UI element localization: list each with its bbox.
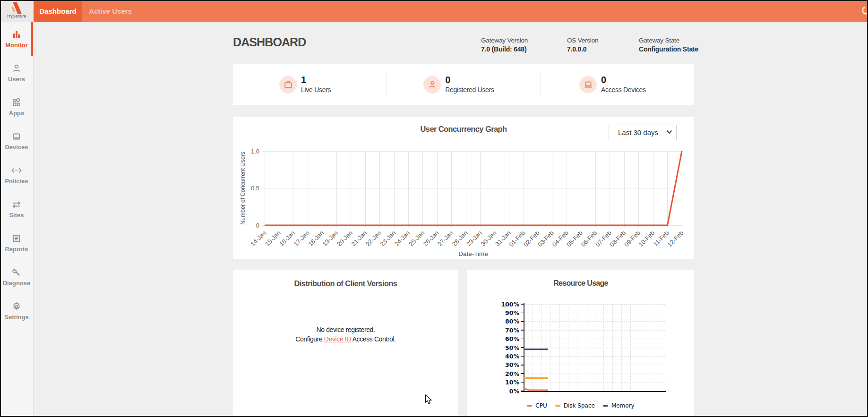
- resource-usage-legend: CPUDisk SpaceMemory: [467, 402, 694, 409]
- svg-text:29-Jan: 29-Jan: [465, 230, 483, 248]
- sidebar-item-policies[interactable]: Policies: [0, 158, 33, 192]
- svg-text:50%: 50%: [505, 344, 519, 351]
- laptop-icon: [579, 76, 597, 94]
- tab-dashboard[interactable]: Dashboard: [34, 0, 82, 22]
- main-area: DASHBOARD Gateway Version 7.0 (Build: 64…: [34, 22, 868, 417]
- svg-text:Number of Concurrent Users: Number of Concurrent Users: [240, 152, 246, 225]
- svg-text:90%: 90%: [505, 309, 519, 316]
- hysecure-logo-icon: [0, 1, 34, 15]
- svg-text:60%: 60%: [505, 335, 519, 342]
- configure-text: Configure Device ID Access Control.: [233, 334, 458, 344]
- sidebar: Monitor Users Apps: [0, 22, 34, 417]
- apps-grid-icon: [11, 97, 22, 108]
- moon-icon[interactable]: [858, 0, 868, 22]
- svg-text:12-Feb: 12-Feb: [666, 230, 685, 248]
- tab-dashboard-label: Dashboard: [39, 7, 76, 15]
- user-concurrency-chart: 00.51.014-Jan15-Jan16-Jan17-Jan18-Jan19-…: [233, 117, 694, 259]
- svg-text:16-Jan: 16-Jan: [278, 230, 296, 248]
- user-icon: [11, 63, 22, 74]
- os-version-info: OS Version 7.0.0.0: [567, 36, 598, 54]
- live-users-value: 1: [301, 75, 331, 85]
- tab-active-users-label: Active Users: [89, 7, 132, 15]
- svg-text:17-Jan: 17-Jan: [292, 230, 311, 248]
- gateway-state-info: Gateway State Configuration State: [639, 36, 698, 54]
- no-device-text: No device registered.: [233, 325, 458, 334]
- sidebar-item-label: Sites: [9, 212, 24, 219]
- code-brackets-icon: [11, 165, 22, 176]
- sidebar-item-diagnose[interactable]: Diagnose: [0, 260, 33, 294]
- sidebar-item-label: Monitor: [5, 42, 28, 49]
- sidebar-item-label: Apps: [9, 110, 25, 117]
- svg-text:18-Jan: 18-Jan: [307, 230, 325, 248]
- svg-text:0.5: 0.5: [251, 185, 259, 192]
- access-devices-label: Access Devices: [601, 85, 646, 94]
- logo[interactable]: HySecure: [0, 0, 34, 22]
- series-cpu-line: [524, 388, 548, 390]
- sidebar-item-label: Settings: [4, 314, 28, 321]
- legend-swatch: [527, 405, 532, 407]
- legend-item-cpu: CPU: [527, 402, 547, 409]
- sidebar-item-label: Policies: [5, 178, 28, 185]
- legend-label: CPU: [535, 402, 547, 409]
- stat-access-devices: 0 Access Devices: [541, 64, 694, 105]
- brand-name: HySecure: [7, 14, 26, 18]
- svg-text:23-Jan: 23-Jan: [378, 230, 397, 248]
- client-versions-title: Distribution of Client Versions: [233, 279, 458, 288]
- legend-label: Memory: [611, 402, 635, 409]
- sidebar-item-sites[interactable]: Sites: [0, 192, 33, 226]
- gear-icon: [11, 301, 22, 312]
- laptop-icon: [11, 131, 22, 142]
- sidebar-item-apps[interactable]: Apps: [0, 90, 33, 124]
- sidebar-item-devices[interactable]: Devices: [0, 124, 33, 158]
- access-devices-value: 0: [601, 75, 646, 85]
- sidebar-item-label: Diagnose: [3, 280, 31, 287]
- app-window: HySecure Dashboard Active Users: [0, 0, 868, 417]
- registered-users-label: Registered Users: [445, 85, 494, 94]
- client-versions-empty-state: No device registered. Configure Device I…: [233, 325, 458, 344]
- sidebar-item-label: Reports: [5, 246, 28, 253]
- svg-text:22-Jan: 22-Jan: [364, 230, 383, 248]
- svg-text:1.0: 1.0: [251, 148, 259, 155]
- svg-text:26-Jan: 26-Jan: [422, 230, 440, 248]
- legend-item-memory: Memory: [603, 402, 635, 409]
- sidebar-item-monitor[interactable]: Monitor: [0, 22, 33, 56]
- sidebar-item-reports[interactable]: Reports: [0, 226, 33, 260]
- svg-text:0%: 0%: [509, 388, 520, 395]
- svg-text:10%: 10%: [505, 379, 519, 386]
- svg-text:30%: 30%: [505, 361, 519, 368]
- resource-usage-chart: 0%10%20%30%40%50%60%70%80%90%100%: [467, 270, 694, 398]
- sidebar-item-label: Users: [8, 76, 25, 83]
- os-version-value: 7.0.0.0: [567, 45, 598, 54]
- gateway-version-value: 7.0 (Build: 648): [481, 45, 528, 54]
- tab-active-users[interactable]: Active Users: [82, 0, 138, 22]
- legend-item-disk-space: Disk Space: [555, 402, 595, 409]
- live-users-label: Live Users: [301, 85, 331, 94]
- sidebar-item-settings[interactable]: Settings: [0, 294, 33, 328]
- stat-registered-users: 0 Registered Users: [387, 64, 540, 105]
- gateway-version-label: Gateway Version: [481, 36, 528, 44]
- wrench-icon: [11, 267, 22, 278]
- bar-chart-icon: [11, 29, 22, 40]
- svg-text:28-Jan: 28-Jan: [451, 230, 469, 248]
- page-header: DASHBOARD Gateway Version 7.0 (Build: 64…: [233, 35, 694, 64]
- topbar: HySecure Dashboard Active Users: [0, 0, 868, 22]
- page-title: DASHBOARD: [233, 35, 694, 49]
- user-concurrency-card: User Concurrency Graph Last 30 days 00.5…: [233, 117, 694, 259]
- svg-text:70%: 70%: [505, 327, 519, 334]
- legend-swatch: [555, 405, 560, 407]
- device-id-link[interactable]: Device ID: [324, 335, 351, 343]
- svg-text:24-Jan: 24-Jan: [393, 230, 412, 248]
- briefcase-icon: [279, 76, 297, 94]
- gateway-state-label: Gateway State: [639, 36, 698, 44]
- svg-text:100%: 100%: [501, 301, 519, 308]
- resource-usage-card: Resource Usage 0%10%20%30%40%50%60%70%80…: [467, 270, 694, 417]
- svg-text:15-Jan: 15-Jan: [264, 230, 282, 248]
- gateway-state-value: Configuration State: [639, 45, 698, 54]
- sidebar-item-users[interactable]: Users: [0, 56, 33, 90]
- svg-text:20%: 20%: [505, 370, 519, 377]
- legend-label: Disk Space: [564, 402, 595, 409]
- registered-users-value: 0: [445, 75, 494, 85]
- mouse-cursor: [425, 394, 434, 406]
- svg-text:40%: 40%: [505, 353, 519, 360]
- svg-text:25-Jan: 25-Jan: [407, 230, 426, 248]
